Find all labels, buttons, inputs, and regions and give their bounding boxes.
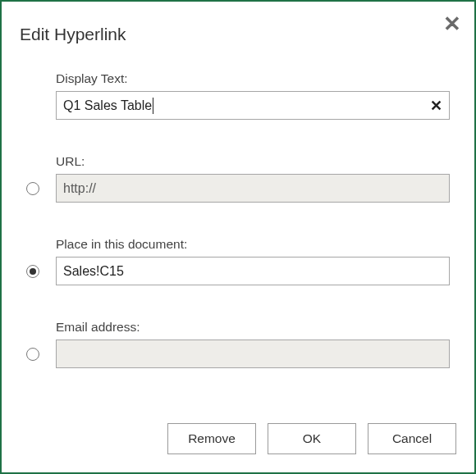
url-radio[interactable] — [26, 182, 39, 195]
display-text-input[interactable]: Q1 Sales Table ✕ — [56, 91, 450, 120]
text-caret — [153, 98, 153, 114]
ok-button[interactable]: OK — [268, 423, 356, 454]
place-label: Place in this document: — [56, 237, 450, 252]
url-label: URL: — [56, 154, 450, 169]
form-area: Display Text: Q1 Sales Table ✕ URL: http… — [26, 71, 450, 368]
place-input[interactable]: Sales!C15 — [56, 257, 450, 285]
cancel-button[interactable]: Cancel — [368, 423, 456, 454]
dialog-buttons: Remove OK Cancel — [167, 423, 456, 454]
place-radio[interactable] — [26, 265, 39, 278]
clear-display-text-icon[interactable]: ✕ — [430, 97, 442, 115]
dialog-title: Edit Hyperlink — [20, 25, 126, 44]
email-radio[interactable] — [26, 348, 39, 361]
url-value: http:// — [63, 181, 96, 196]
email-label: Email address: — [56, 320, 450, 335]
edit-hyperlink-dialog: Edit Hyperlink ✕ Display Text: Q1 Sales … — [0, 0, 476, 474]
display-text-label: Display Text: — [56, 71, 450, 86]
remove-button[interactable]: Remove — [167, 423, 256, 454]
place-value: Sales!C15 — [63, 264, 124, 279]
close-icon[interactable]: ✕ — [443, 13, 461, 34]
email-input[interactable] — [56, 340, 450, 368]
display-text-value: Q1 Sales Table — [63, 98, 152, 113]
url-input[interactable]: http:// — [56, 174, 450, 203]
